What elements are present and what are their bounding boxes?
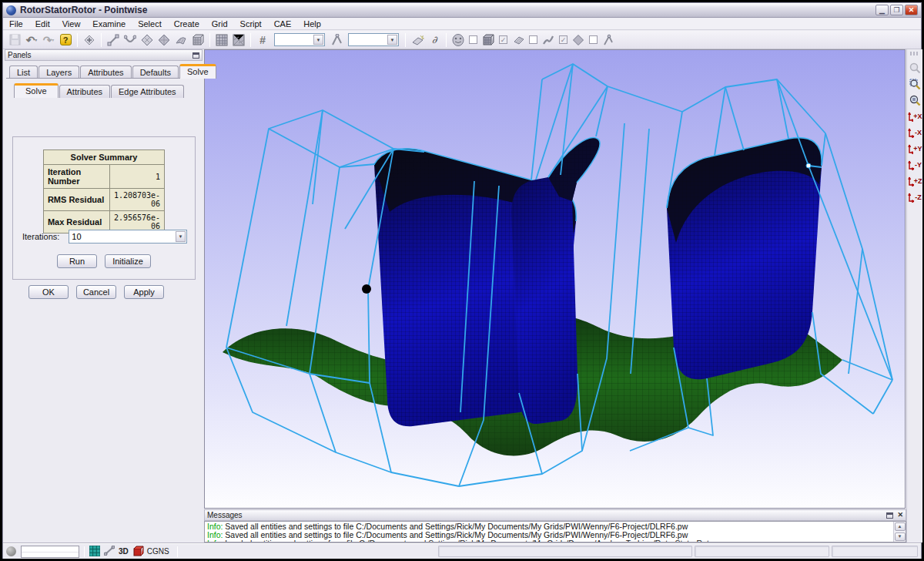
view-plus-y-button[interactable]: +Y xyxy=(908,141,922,156)
panels-float-icon[interactable] xyxy=(192,52,199,59)
angle-icon[interactable] xyxy=(328,32,345,48)
solver-summary-table: Solver Summary Iteration Number 1 RMS Re… xyxy=(43,149,165,233)
spawn-panel-icon[interactable] xyxy=(81,32,98,48)
point-visibility-checkbox[interactable] xyxy=(589,35,598,44)
view-minus-z-button[interactable]: -Z xyxy=(908,190,922,205)
connector-visibility-icon[interactable] xyxy=(540,32,557,48)
create-domain-unstructured-icon[interactable] xyxy=(156,32,172,48)
messages-list[interactable]: Info: Saved all entities and settings to… xyxy=(204,521,906,543)
messages-title: Messages xyxy=(207,511,243,519)
create-domain-structured-icon[interactable] xyxy=(139,32,156,48)
iterations-combobox[interactable]: ▼ xyxy=(69,230,187,244)
domain-visibility-checkbox[interactable] xyxy=(529,35,537,44)
messages-float-icon[interactable] xyxy=(886,512,893,519)
menu-file[interactable]: File xyxy=(3,18,29,29)
create-block-icon[interactable] xyxy=(189,32,206,48)
scroll-up-icon[interactable]: ▲ xyxy=(895,522,906,531)
redo-icon[interactable]: ↷▾ xyxy=(40,32,57,48)
save-icon[interactable] xyxy=(6,32,23,48)
dimension-icon[interactable]: # xyxy=(254,32,271,48)
menu-examine[interactable]: Examine xyxy=(86,18,132,29)
tab-solve[interactable]: Solve xyxy=(179,64,216,79)
mask-toggle-icon[interactable] xyxy=(450,32,467,48)
point-visibility-icon[interactable] xyxy=(570,32,587,48)
view-plus-z-button[interactable]: +Z xyxy=(908,173,922,189)
menu-script[interactable]: Script xyxy=(234,18,268,29)
run-button[interactable]: Run xyxy=(57,254,97,268)
row-label: RMS Residual xyxy=(43,189,109,211)
subtab-attributes[interactable]: Attributes xyxy=(59,85,110,98)
display-viewport[interactable] xyxy=(204,49,906,509)
apply-button[interactable]: Apply xyxy=(124,285,164,299)
help-icon[interactable]: ? xyxy=(57,32,74,48)
tab-defaults[interactable]: Defaults xyxy=(132,66,179,79)
subtab-solve[interactable]: Solve xyxy=(14,83,59,98)
menu-view[interactable]: View xyxy=(56,18,87,29)
zoom-icon[interactable] xyxy=(908,60,922,76)
cae-solver-icon xyxy=(133,546,144,558)
panels-title: Panels xyxy=(8,51,32,59)
initialize-solve-icon[interactable] xyxy=(409,32,426,48)
create-curve-icon[interactable] xyxy=(122,32,139,48)
menu-cae[interactable]: CAE xyxy=(268,18,298,29)
initialize-button[interactable]: Initialize xyxy=(105,254,151,268)
angle-combobox[interactable]: ▼ xyxy=(348,33,399,46)
iterations-dropdown-icon[interactable]: ▼ xyxy=(176,231,186,242)
partial-derivative-icon[interactable]: ∂ xyxy=(426,32,443,48)
messages-header: Messages ✕ xyxy=(204,509,906,521)
toolbar-grip[interactable] xyxy=(910,52,919,55)
structured-grid-icon[interactable] xyxy=(213,32,230,48)
menu-select[interactable]: Select xyxy=(132,18,168,29)
solver-summary-title: Solver Summary xyxy=(43,150,164,165)
block-visibility-checkbox[interactable]: ✓ xyxy=(499,35,507,44)
view-minus-x-button[interactable]: -X xyxy=(908,125,922,140)
close-button[interactable]: ✕ xyxy=(905,5,918,15)
angle-input[interactable] xyxy=(350,34,386,45)
menu-grid[interactable]: Grid xyxy=(206,18,234,29)
restore-button[interactable]: ❐ xyxy=(890,5,903,15)
menu-edit[interactable]: Edit xyxy=(29,18,56,29)
messages-close-icon[interactable]: ✕ xyxy=(897,512,903,519)
domain-visibility-icon[interactable] xyxy=(510,32,527,48)
view-minus-y-button[interactable]: -Y xyxy=(908,157,922,173)
status-segment xyxy=(438,546,692,557)
zoom-one-to-one-icon[interactable] xyxy=(908,92,922,108)
create-connector-icon[interactable] xyxy=(105,32,122,48)
view-plus-x-button[interactable]: +X xyxy=(908,109,922,124)
messages-scrollbar[interactable]: ▲ ▼ xyxy=(893,522,906,542)
mask-checkbox[interactable] xyxy=(469,35,477,44)
node-point-marker[interactable] xyxy=(806,163,811,168)
dimension-input[interactable] xyxy=(276,34,312,45)
application-window: RotorStatorRotor - Pointwise ▁ ❐ ✕ File … xyxy=(2,2,922,559)
dimension-mode-label: 3D xyxy=(119,547,129,556)
menu-help[interactable]: Help xyxy=(297,18,327,29)
minimize-button[interactable]: ▁ xyxy=(875,5,889,15)
block-visibility-icon[interactable] xyxy=(480,32,497,48)
scroll-down-icon[interactable]: ▼ xyxy=(895,532,906,541)
row-label: Iteration Number xyxy=(43,165,109,189)
selected-point-marker[interactable] xyxy=(362,284,371,294)
undo-icon[interactable]: ↶▾ xyxy=(23,32,40,48)
subtab-edge-attributes[interactable]: Edge Attributes xyxy=(111,85,184,98)
row-value: 1.208703e-06 xyxy=(109,189,164,211)
extrude-icon[interactable] xyxy=(172,32,189,48)
dimension-dropdown-icon[interactable]: ▼ xyxy=(313,35,323,45)
connector-visibility-checkbox[interactable]: ✓ xyxy=(559,35,567,44)
angle-dropdown-icon[interactable]: ▼ xyxy=(387,35,397,45)
dimension-combobox[interactable]: ▼ xyxy=(274,33,325,46)
zoom-extents-icon[interactable] xyxy=(908,76,922,92)
solve-page: Solver Summary Iteration Number 1 RMS Re… xyxy=(12,136,196,280)
tab-layers[interactable]: Layers xyxy=(38,66,79,79)
table-row: RMS Residual 1.208703e-06 xyxy=(43,189,164,211)
view-toolbar: +X -X +Y -Y +Z -Z xyxy=(906,49,922,543)
status-bar: 3D CGNS xyxy=(3,543,921,559)
iterations-input[interactable] xyxy=(72,231,172,242)
menu-create[interactable]: Create xyxy=(168,18,206,29)
tab-attributes[interactable]: Attributes xyxy=(80,66,131,79)
blade-right[interactable] xyxy=(667,138,822,380)
ok-button[interactable]: OK xyxy=(28,285,69,299)
tab-list[interactable]: List xyxy=(9,66,38,79)
cancel-button[interactable]: Cancel xyxy=(76,285,116,299)
spacing-visibility-icon[interactable] xyxy=(600,32,617,48)
unstructured-grid-icon[interactable] xyxy=(230,32,247,48)
